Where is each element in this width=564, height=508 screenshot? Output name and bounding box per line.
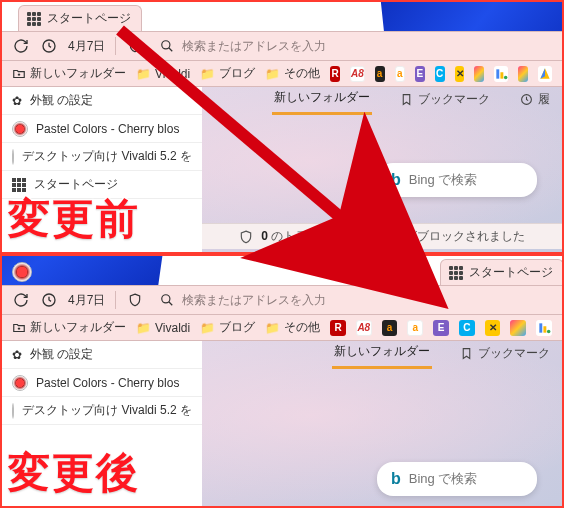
panel-appearance-settings[interactable]: ✿ 外観 の設定 xyxy=(2,341,202,369)
vivaldi-icon xyxy=(12,375,28,391)
bookmark-icon-c[interactable]: C xyxy=(435,66,445,82)
bookmarks-other[interactable]: 📁 その他 xyxy=(265,65,320,82)
address-bar[interactable] xyxy=(154,289,552,311)
bookmarks-new-folder[interactable]: 新しいフォルダー xyxy=(12,65,126,82)
vivaldi-icon xyxy=(12,149,14,165)
bookmarks-blog[interactable]: 📁 ブログ xyxy=(200,65,255,82)
after-panel: スタートページ 4月7日 新しいフォルダー 📁 Vivaldi 📁 xyxy=(0,254,564,508)
tab-label: スタートページ xyxy=(469,264,553,281)
bing-search-pill[interactable]: b Bing で検索 xyxy=(377,462,537,496)
bing-label: Bing で検索 xyxy=(409,470,478,488)
reload-icon[interactable] xyxy=(12,37,30,55)
bookmark-icon-a8[interactable]: A8 xyxy=(350,66,365,82)
bm-label: Vivaldi xyxy=(155,67,190,81)
tracker-blocked-banner: 0 のトラッカーと 0 の広告がブロックされました xyxy=(202,223,562,249)
gear-icon: ✿ xyxy=(12,94,22,108)
shield-icon xyxy=(239,230,253,244)
start-page-tab-right[interactable]: スタートページ xyxy=(440,259,564,285)
panel-item-label: Pastel Colors - Cherry blos xyxy=(36,376,179,390)
bookmark-icon-x[interactable]: ✕ xyxy=(485,320,501,336)
navtab-history[interactable]: 履 xyxy=(518,91,552,114)
shield-icon[interactable] xyxy=(126,37,144,55)
navtab-bookmark[interactable]: ブックマーク xyxy=(458,345,552,368)
bm-label: その他 xyxy=(284,319,320,336)
bookmark-icon-a8[interactable]: A8 xyxy=(356,320,372,336)
search-icon xyxy=(160,39,174,53)
panel-appearance-settings[interactable]: ✿ 外観 の設定 xyxy=(2,87,202,115)
bm-label: 新しいフォルダー xyxy=(30,65,126,82)
svg-point-10 xyxy=(547,329,551,333)
vivaldi-icon xyxy=(12,403,14,419)
bookmark-icon-color1[interactable] xyxy=(510,320,526,336)
bookmarks-vivaldi[interactable]: 📁 Vivaldi xyxy=(136,321,190,335)
address-toolbar: 4月7日 xyxy=(2,31,562,61)
gear-icon: ✿ xyxy=(12,348,22,362)
panel-item-label: 外観 の設定 xyxy=(30,92,93,109)
bookmark-icon-ads2[interactable] xyxy=(538,66,552,82)
navtab-new-folder[interactable]: 新しいフォルダー xyxy=(332,343,432,369)
navtab-bookmark[interactable]: ブックマーク xyxy=(398,91,492,114)
bing-search-pill[interactable]: b Bing で検索 xyxy=(377,163,537,197)
bookmark-icon-rakuten[interactable]: R xyxy=(330,66,340,82)
panel-item-desktop-vivaldi[interactable]: デスクトップ向け Vivaldi 5.2 を xyxy=(2,143,202,171)
svg-rect-9 xyxy=(543,326,546,332)
search-icon xyxy=(160,293,174,307)
address-input[interactable] xyxy=(182,293,546,307)
bookmark-icon-ads1[interactable] xyxy=(494,66,508,82)
bookmarks-blog[interactable]: 📁 ブログ xyxy=(200,319,255,336)
start-page-tab[interactable]: スタートページ xyxy=(18,5,142,31)
folder-icon: 📁 xyxy=(136,67,151,81)
bookmark-icon-amazon1[interactable]: a xyxy=(382,320,398,336)
date-label: 4月7日 xyxy=(68,292,105,309)
address-bar[interactable] xyxy=(154,35,552,57)
bm-label: ブログ xyxy=(219,319,255,336)
shield-icon[interactable] xyxy=(126,291,144,309)
bookmark-icon-e[interactable]: E xyxy=(433,320,449,336)
folder-add-icon xyxy=(12,67,26,81)
bookmark-icon-e[interactable]: E xyxy=(415,66,425,82)
folder-icon: 📁 xyxy=(200,321,215,335)
svg-rect-8 xyxy=(539,323,542,332)
bookmarks-vivaldi[interactable]: 📁 Vivaldi xyxy=(136,67,190,81)
bookmark-icon-c[interactable]: C xyxy=(459,320,475,336)
panel-item-pastel[interactable]: Pastel Colors - Cherry blos xyxy=(2,115,202,143)
tab-label: 新しいフォルダー xyxy=(334,343,430,360)
bookmarks-bar: 新しいフォルダー 📁 Vivaldi 📁 ブログ 📁 その他 R A8 a a … xyxy=(2,61,562,87)
bing-logo-icon: b xyxy=(391,470,401,488)
startpage-nav-tabs: 新しいフォルダー ブックマーク 履 xyxy=(202,87,562,117)
address-input[interactable] xyxy=(182,39,546,53)
bookmark-icon-color2[interactable] xyxy=(518,66,528,82)
navtab-new-folder[interactable]: 新しいフォルダー xyxy=(272,89,372,115)
vivaldi-app-icon[interactable] xyxy=(12,262,32,282)
bookmark-icon-color1[interactable] xyxy=(474,66,484,82)
bookmark-icon-x[interactable]: ✕ xyxy=(455,66,465,82)
startpage-nav-tabs: 新しいフォルダー ブックマーク xyxy=(202,341,562,371)
svg-point-7 xyxy=(162,295,170,303)
reload-icon[interactable] xyxy=(12,291,30,309)
bookmark-icon-rakuten[interactable]: R xyxy=(330,320,346,336)
vivaldi-icon xyxy=(12,121,28,137)
speed-dial-icon xyxy=(449,266,463,280)
before-panel: スタートページ 4月7日 新しいフォルダー 📁 Vivaldi 📁 ブログ xyxy=(0,0,564,254)
bookmark-icon-amazon1[interactable]: a xyxy=(375,66,385,82)
address-toolbar: 4月7日 xyxy=(2,285,562,315)
bookmark-icon xyxy=(460,347,473,360)
tab-label: ブックマーク xyxy=(478,345,550,362)
bm-label: その他 xyxy=(284,65,320,82)
tab-label: 履 xyxy=(538,91,550,108)
panel-item-pastel[interactable]: Pastel Colors - Cherry blos xyxy=(2,369,202,397)
bm-label: ブログ xyxy=(219,65,255,82)
speed-dial-icon xyxy=(27,12,41,26)
clock-icon[interactable] xyxy=(40,291,58,309)
bookmark-icon-amazon2[interactable]: a xyxy=(407,320,423,336)
bookmarks-new-folder[interactable]: 新しいフォルダー xyxy=(12,319,126,336)
panel-item-desktop-vivaldi[interactable]: デスクトップ向け Vivaldi 5.2 を xyxy=(2,397,202,425)
toolbar-separator xyxy=(115,291,116,309)
bookmark-icon xyxy=(400,93,413,106)
bookmarks-other[interactable]: 📁 その他 xyxy=(265,319,320,336)
bookmark-icon-amazon2[interactable]: a xyxy=(395,66,406,82)
svg-point-1 xyxy=(162,41,170,49)
panel-item-label: 外観 の設定 xyxy=(30,346,93,363)
clock-icon[interactable] xyxy=(40,37,58,55)
bookmark-icon-ads1[interactable] xyxy=(536,320,552,336)
